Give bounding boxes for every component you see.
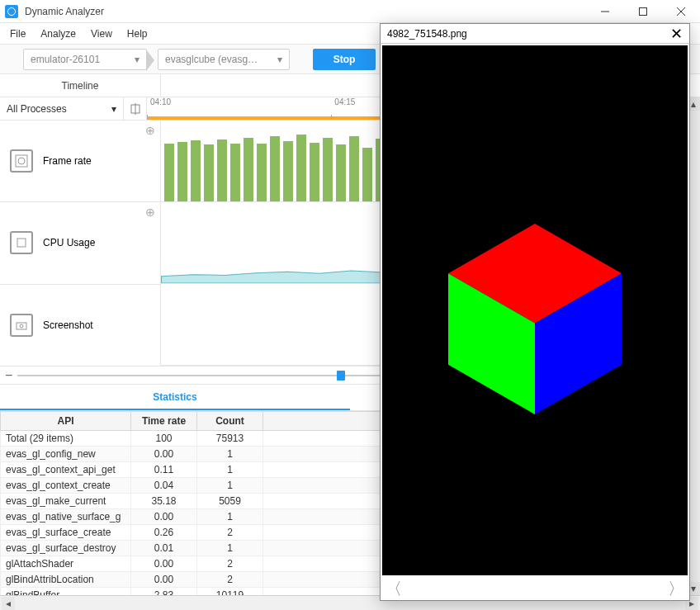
process-selector[interactable]: evasglcube (evasg… ▾ <box>158 49 290 70</box>
cell-time-rate: 0.00 <box>131 447 197 462</box>
bar <box>362 148 372 201</box>
cell-count: 1 <box>197 541 263 556</box>
metric-label: CPU Usage <box>43 237 95 248</box>
tab-timeline[interactable]: Timeline <box>0 74 161 97</box>
scroll-left-button[interactable]: ◂ <box>2 597 15 610</box>
app-icon <box>5 5 18 18</box>
chevron-down-icon: ▾ <box>111 103 116 115</box>
cell-count: 2 <box>197 525 263 541</box>
metric-label: Screenshot <box>43 319 93 331</box>
svg-rect-9 <box>17 323 26 329</box>
zoom-thumb[interactable] <box>337 371 345 381</box>
cell-time-rate: 0.11 <box>131 462 197 478</box>
chart-icon <box>10 149 33 173</box>
cell-time-rate: 0.01 <box>131 541 197 556</box>
col-api[interactable]: API <box>1 412 131 431</box>
cell-count: 5059 <box>197 494 263 509</box>
cell-api: glBindAttribLocation <box>1 572 131 588</box>
bar <box>283 141 293 201</box>
cell-api: evas_gl_context_api_get <box>1 462 131 478</box>
device-selector[interactable]: emulator-26101 ▾ <box>23 49 147 70</box>
cell-count: 2 <box>197 556 263 572</box>
process-selector-label: evasglcube (evasg… <box>165 54 258 65</box>
process-filter-label: All Processes <box>7 103 67 115</box>
chevron-down-icon: ▾ <box>277 54 282 65</box>
bar <box>204 144 214 201</box>
close-button[interactable] <box>662 0 700 23</box>
chevron-down-icon: ▾ <box>135 54 140 65</box>
cell-count: 1 <box>197 478 263 494</box>
cell-api: glAttachShader <box>1 556 131 572</box>
cell-time-rate: 100 <box>131 431 197 447</box>
cell-time-rate: 0.04 <box>131 478 197 494</box>
stop-button-label: Stop <box>333 54 356 65</box>
bar <box>164 144 174 201</box>
svg-rect-8 <box>17 239 26 247</box>
metric-cpu-usage[interactable]: CPU Usage ⊕ <box>0 202 160 284</box>
tab-statistics[interactable]: Statistics <box>0 385 350 410</box>
screenshot-window-header[interactable]: 4982_751548.png ✕ <box>381 24 689 44</box>
cell-api: evas_gl_surface_destroy <box>1 541 131 556</box>
menu-analyze[interactable]: Analyze <box>34 26 83 41</box>
col-count[interactable]: Count <box>197 412 263 431</box>
minimize-button[interactable] <box>586 0 624 23</box>
metric-list: Frame rate ⊕ CPU Usage ⊕ Screenshot <box>0 121 161 366</box>
magnify-icon[interactable]: ⊕ <box>145 124 155 137</box>
svg-rect-1 <box>640 7 647 15</box>
cell-count: 1 <box>197 509 263 525</box>
col-time-rate[interactable]: Time rate <box>131 412 197 431</box>
magnify-icon[interactable]: ⊕ <box>145 206 155 219</box>
cell-time-rate: 35.18 <box>131 494 197 509</box>
bar <box>191 140 201 201</box>
bar <box>217 139 227 201</box>
camera-icon <box>10 314 33 337</box>
window-controls <box>586 0 700 23</box>
stop-button[interactable]: Stop <box>313 49 376 70</box>
bar <box>177 142 187 201</box>
ruler-button[interactable] <box>124 97 147 120</box>
bar <box>310 143 319 201</box>
svg-rect-6 <box>16 155 27 167</box>
metric-frame-rate[interactable]: Frame rate ⊕ <box>0 121 160 202</box>
next-screenshot-button[interactable]: 〉 <box>668 578 684 600</box>
menu-help[interactable]: Help <box>121 26 154 41</box>
cell-time-rate: 0.26 <box>131 525 197 541</box>
close-icon[interactable]: ✕ <box>670 25 683 43</box>
screenshot-filename: 4982_751548.png <box>387 28 467 40</box>
cell-count: 1 <box>197 462 263 478</box>
bar <box>336 144 346 201</box>
svg-point-10 <box>20 324 23 328</box>
process-filter[interactable]: All Processes ▾ <box>0 97 124 120</box>
menu-file[interactable]: File <box>3 26 32 41</box>
cell-time-rate: 0.00 <box>131 509 197 525</box>
bar <box>323 138 333 201</box>
screenshot-nav: 〈 〉 <box>381 577 689 600</box>
prev-screenshot-button[interactable]: 〈 <box>385 578 402 600</box>
menu-view[interactable]: View <box>84 26 119 41</box>
screenshot-window[interactable]: 4982_751548.png ✕ 〈 〉 <box>380 23 690 601</box>
cell-count: 75913 <box>197 431 263 447</box>
window-title: Dynamic Analyzer <box>25 6 586 17</box>
cell-api: Total (29 items) <box>1 431 131 447</box>
cell-api: evas_gl_config_new <box>1 447 131 462</box>
metric-label: Frame rate <box>43 155 92 167</box>
cell-api: evas_gl_native_surface_g <box>1 509 131 525</box>
cell-time-rate: 0.00 <box>131 556 197 572</box>
cell-api: evas_gl_make_current <box>1 494 131 509</box>
cell-count: 2 <box>197 572 263 588</box>
cube-icon <box>419 195 650 426</box>
bar <box>230 144 240 201</box>
svg-point-7 <box>18 158 25 164</box>
metric-screenshot[interactable]: Screenshot <box>0 285 160 366</box>
titlebar: Dynamic Analyzer <box>0 0 700 23</box>
ruler-tick: 04:10 <box>147 97 331 116</box>
screenshot-image <box>382 45 688 575</box>
cell-count: 1 <box>197 447 263 462</box>
zoom-out-button[interactable]: − <box>5 368 12 383</box>
bar <box>296 135 306 201</box>
bar <box>270 136 280 201</box>
cell-api: evas_gl_context_create <box>1 478 131 494</box>
maximize-button[interactable] <box>624 0 662 23</box>
bar <box>349 136 359 201</box>
cpu-icon <box>10 231 33 254</box>
